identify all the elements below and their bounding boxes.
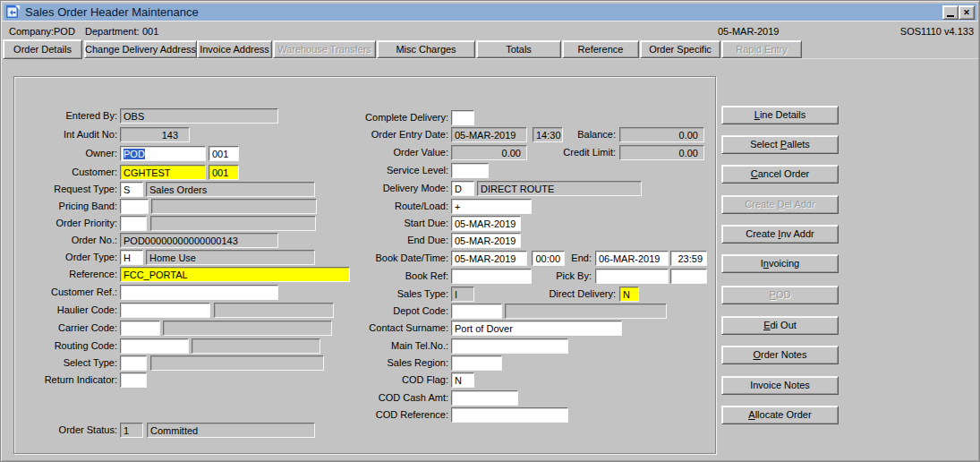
cod-flag-label: COD Flag: [323, 373, 448, 387]
customer-ref-label: Customer Ref.: [0, 286, 117, 299]
owner-field[interactable]: POD [120, 146, 206, 161]
complete-delivery-field[interactable] [451, 110, 474, 125]
depot-code-field[interactable] [451, 304, 502, 319]
create-del-addr-button: Create Del Addr [721, 195, 839, 214]
tab-rapid-entry: Rapid Entry [721, 40, 802, 58]
reference-label: Reference: [0, 268, 117, 281]
cod-reference-field[interactable] [451, 407, 568, 423]
order-status-label: Order Status: [0, 424, 117, 437]
entered-by-field: OBS [120, 108, 278, 124]
book-end-time-field[interactable]: 23:59 [670, 251, 707, 266]
pod-button: POD [721, 286, 839, 304]
contact-surname-field[interactable]: Port of Dover [451, 321, 622, 336]
cod-cash-amt-field[interactable] [451, 390, 518, 406]
sales-region-label: Sales Region: [323, 356, 448, 370]
order-entry-time-field: 14:30 [533, 127, 563, 142]
end-due-field[interactable]: 05-MAR-2019 [451, 233, 521, 248]
end-due-label: End Due: [323, 234, 448, 247]
delivery-mode-desc: DIRECT ROUTE [477, 181, 642, 196]
request-type-field[interactable]: S [120, 182, 143, 197]
edi-out-button[interactable]: Edi Out [721, 316, 839, 335]
tab-reference[interactable]: Reference [562, 40, 639, 58]
entered-by-label: Entered By: [0, 109, 117, 123]
select-type-field[interactable] [120, 355, 147, 371]
service-level-label: Service Level: [323, 164, 448, 177]
pricing-band-field[interactable] [120, 199, 149, 214]
order-priority-desc [150, 216, 316, 231]
company-label: Company: [9, 26, 54, 37]
routing-code-desc [192, 338, 320, 354]
owner-label: Owner: [0, 147, 117, 160]
order-notes-button[interactable]: Order Notes [721, 346, 839, 364]
carrier-code-desc [163, 321, 332, 336]
cod-flag-field[interactable]: N [451, 372, 474, 388]
book-date-field[interactable]: 05-MAR-2019 [451, 251, 527, 266]
invoicing-button[interactable]: Invoicing [721, 254, 839, 273]
delivery-mode-field[interactable]: D [451, 181, 474, 196]
tab-change-delivery-address[interactable]: Change Delivery Address [84, 40, 197, 58]
haulier-code-label: Haulier Code: [0, 304, 117, 317]
window-title: Sales Order Header Maintenance [25, 5, 199, 19]
start-due-field[interactable]: 05-MAR-2019 [451, 216, 521, 231]
minimize-icon [947, 15, 954, 17]
pick-by-time-field[interactable] [670, 269, 707, 284]
return-indicator-label: Return Indicator: [0, 373, 117, 387]
department-label: Department: [85, 26, 140, 37]
customer-field[interactable]: CGHTEST [120, 165, 206, 180]
current-date: 05-MAR-2019 [718, 26, 779, 37]
haulier-code-field[interactable] [120, 303, 210, 318]
invoice-notes-button[interactable]: Invoice Notes [721, 376, 839, 395]
pick-by-field[interactable] [595, 269, 669, 284]
order-status-field: 1 [120, 423, 143, 438]
tab-misc-charges[interactable]: Misc Charges [377, 40, 475, 58]
depot-code-label: Depot Code: [323, 304, 448, 318]
tab-invoice-address[interactable]: Invoice Address [197, 40, 272, 58]
direct-delivery-field[interactable]: N [619, 287, 639, 302]
line-details-button[interactable]: Line Details [721, 106, 839, 124]
sales-type-label: Sales Type: [323, 287, 448, 301]
allocate-order-button[interactable]: Allocate Order [721, 406, 839, 424]
order-type-field[interactable]: H [120, 250, 143, 265]
book-end-date-field[interactable]: 06-MAR-2019 [595, 251, 669, 266]
order-status-desc: Committed [147, 423, 315, 438]
reference-field[interactable]: FCC_PORTAL [120, 267, 350, 282]
contact-surname-label: Contact Surname: [323, 321, 448, 335]
start-due-label: Start Due: [323, 217, 448, 230]
order-priority-field[interactable] [120, 216, 147, 231]
select-type-label: Select Type: [0, 356, 117, 370]
carrier-code-field[interactable] [120, 321, 160, 336]
routing-code-field[interactable] [120, 338, 189, 354]
title-bar: Sales Order Header Maintenance ✕ [4, 4, 976, 21]
create-inv-addr-button[interactable]: Create Inv Addr [721, 225, 839, 244]
cancel-order-button[interactable]: Cancel Order [721, 165, 839, 184]
delivery-mode-label: Delivery Mode: [323, 182, 448, 195]
close-icon: ✕ [963, 9, 970, 17]
order-priority-label: Order Priority: [0, 217, 117, 230]
minimize-button[interactable] [942, 5, 959, 20]
book-ref-field[interactable] [451, 269, 532, 284]
select-type-desc [150, 355, 324, 371]
request-type-label: Request Type: [0, 183, 117, 196]
service-level-field[interactable] [451, 163, 489, 178]
main-tel-no-field[interactable] [451, 338, 568, 354]
close-button[interactable]: ✕ [959, 5, 975, 20]
tab-order-details[interactable]: Order Details [3, 39, 82, 59]
pricing-band-label: Pricing Band: [0, 200, 117, 213]
book-time-field[interactable]: 00:00 [532, 251, 565, 266]
tab-totals[interactable]: Totals [476, 40, 561, 58]
select-pallets-button[interactable]: Select Pallets [721, 135, 839, 154]
customer-dept-field[interactable]: 001 [209, 165, 239, 180]
owner-dept-field[interactable]: 001 [209, 146, 239, 161]
department-value: 001 [142, 26, 158, 37]
customer-label: Customer: [0, 166, 117, 179]
order-type-desc: Home Use [146, 250, 315, 265]
tab-order-specific[interactable]: Order Specific [640, 40, 720, 58]
route-load-field[interactable]: + [451, 199, 532, 214]
customer-ref-field[interactable] [120, 285, 278, 300]
order-no-field: POD00000000000000143 [120, 233, 278, 248]
return-indicator-field[interactable] [120, 372, 147, 388]
int-audit-no-label: Int Audit No: [0, 128, 117, 141]
carrier-code-label: Carrier Code: [0, 321, 117, 335]
sales-region-field[interactable] [451, 355, 502, 371]
direct-delivery-label: Direct Delivery: [490, 287, 616, 301]
